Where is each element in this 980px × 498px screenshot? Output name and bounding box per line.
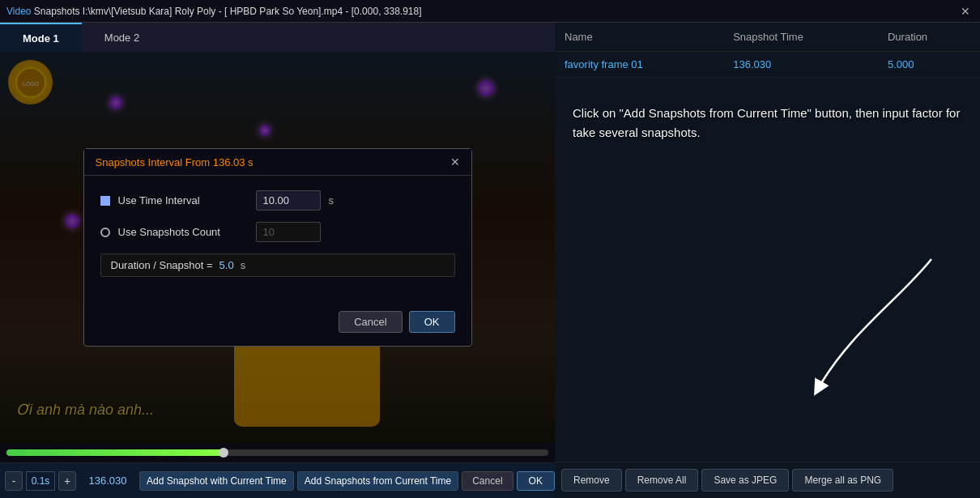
duration-label: Duration / Snapshot =	[111, 259, 213, 271]
annotation-text: Click on "Add Snapshots from Current Tim…	[573, 104, 970, 143]
modal-cancel-button[interactable]: Cancel	[339, 311, 402, 333]
time-interval-label: Use Time Interval	[118, 194, 248, 206]
modal-header: Snapshots Interval From 136.03 s ✕	[84, 149, 471, 176]
action-buttons-row: Remove Remove All Save as JPEG Merge all…	[555, 462, 980, 498]
table-cell-duration: 5.000	[878, 52, 980, 78]
add-snapshot-button[interactable]: Add Snapshot with Current Time	[139, 471, 294, 491]
seekbar-fill	[6, 449, 224, 456]
title-text: Video Snapshots I:\kmv\[Vietsub Kara] Ro…	[6, 6, 957, 17]
duration-row: Duration / Snapshot = 5.0 s	[100, 253, 455, 277]
video-area: LOGO Ơi anh mà nào anh... Snapshots Inte…	[0, 52, 555, 443]
titlebar: Video Snapshots I:\kmv\[Vietsub Kara] Ro…	[0, 0, 980, 23]
video-word: Video	[6, 6, 31, 17]
modal-title: Snapshots Interval From 136.03 s	[96, 156, 254, 168]
save-jpeg-button[interactable]: Save as JPEG	[701, 469, 789, 492]
window-close-button[interactable]: ✕	[957, 5, 974, 18]
step-plus-button[interactable]: +	[58, 471, 76, 491]
time-interval-radio[interactable]	[100, 196, 110, 206]
right-panel: Name Snapshot Time Duration favority fra…	[555, 23, 980, 498]
seekbar-track[interactable]	[6, 449, 548, 456]
seekbar-area[interactable]	[0, 443, 555, 462]
time-interval-unit: s	[329, 194, 334, 206]
duration-value: 5.0	[219, 259, 234, 271]
title-rest: Snapshots I:\kmv\[Vietsub Kara] Roly Pol…	[31, 6, 421, 17]
col-duration-header: Duration	[878, 23, 980, 52]
table-cell-name: favority frame 01	[555, 52, 723, 78]
tab-mode2[interactable]: Mode 2	[82, 23, 162, 52]
bottom-controls: - + 136.030 Add Snapshot with Current Ti…	[0, 462, 555, 498]
snapshots-count-label: Use Snapshots Count	[118, 226, 248, 238]
tabs-bar: Mode 1 Mode 2	[0, 23, 555, 52]
col-snapshot-time-header: Snapshot Time	[723, 23, 878, 52]
snapshot-table-body: favority frame 01136.0305.000	[555, 52, 980, 78]
time-interval-row: Use Time Interval s	[100, 190, 455, 211]
col-name-header: Name	[555, 23, 723, 52]
ok-button[interactable]: OK	[517, 471, 555, 491]
table-cell-snapshot_time: 136.030	[723, 52, 878, 78]
snapshots-interval-dialog: Snapshots Interval From 136.03 s ✕ Use T…	[83, 148, 472, 347]
main-layout: Mode 1 Mode 2 LOGO	[0, 23, 980, 498]
modal-close-button[interactable]: ✕	[450, 155, 460, 168]
modal-footer: Cancel OK	[84, 303, 471, 346]
remove-all-button[interactable]: Remove All	[625, 469, 699, 492]
modal-body: Use Time Interval s Use Snapshots Count	[84, 176, 471, 303]
snapshots-count-input	[256, 222, 321, 242]
snapshot-table: Name Snapshot Time Duration favority fra…	[555, 23, 980, 78]
seekbar-thumb[interactable]	[219, 448, 228, 458]
annotation-area: Click on "Add Snapshots from Current Tim…	[555, 78, 980, 462]
remove-button[interactable]: Remove	[561, 469, 622, 492]
left-panel: Mode 1 Mode 2 LOGO	[0, 23, 555, 498]
snapshots-count-row: Use Snapshots Count	[100, 222, 455, 242]
snapshots-count-radio[interactable]	[100, 228, 110, 237]
add-snapshots-button[interactable]: Add Snapshots from Current Time	[297, 471, 458, 491]
duration-unit: s	[241, 259, 246, 271]
table-row[interactable]: favority frame 01136.0305.000	[555, 52, 980, 78]
step-value-input[interactable]	[26, 471, 55, 491]
modal-ok-button[interactable]: OK	[409, 311, 455, 333]
cancel-button[interactable]: Cancel	[462, 471, 513, 491]
step-minus-button[interactable]: -	[5, 471, 23, 491]
merge-png-button[interactable]: Merge all as PNG	[792, 469, 893, 492]
current-time-display: 136.030	[79, 475, 136, 487]
modal-overlay: Snapshots Interval From 136.03 s ✕ Use T…	[0, 52, 555, 443]
annotation-arrow	[802, 251, 948, 413]
time-interval-input[interactable]	[256, 190, 321, 211]
tab-mode1[interactable]: Mode 1	[0, 23, 82, 52]
